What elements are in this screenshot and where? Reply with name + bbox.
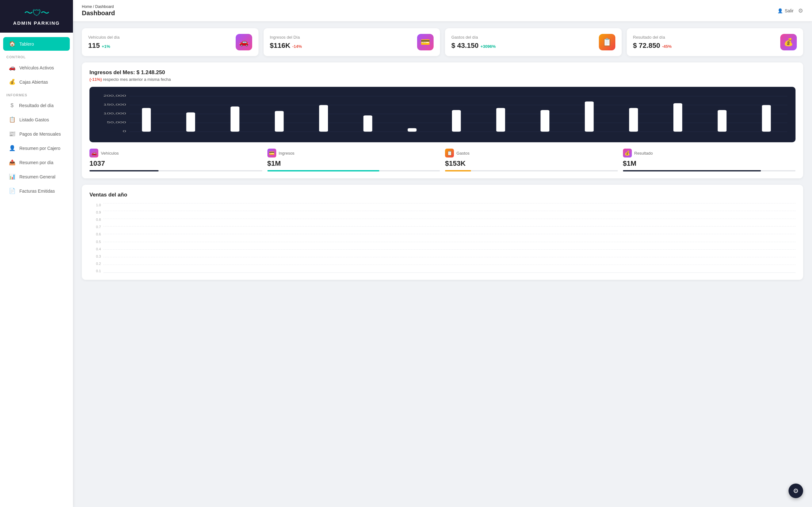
sidebar-item-resultado-label: Resultado del día — [19, 103, 54, 108]
sales-title: Ventas del año — [90, 192, 796, 198]
svg-text:0: 0 — [123, 130, 126, 133]
monthly-gastos-icon: 📋 — [445, 149, 454, 158]
monthly-resultado-icon: 💰 — [623, 149, 632, 158]
monthly-stat-vehiculos: 🚗 Vehículos 1037 — [90, 149, 262, 171]
stat-cards-row: Vehículos del día 115 +1% 🚗 Ingresos del… — [82, 28, 803, 56]
monthly-ingresos-icon: 💳 — [267, 149, 276, 158]
svg-rect-19 — [541, 110, 549, 131]
sales-y-axis: 1.0 0.9 0.8 0.7 0.6 0.5 0.4 0.3 0.2 0.1 — [90, 203, 101, 273]
svg-text:150,000: 150,000 — [103, 103, 126, 106]
breadcrumb-current: Dashboard — [95, 4, 114, 9]
sidebar-item-resultado-dia[interactable]: $ Resultado del día — [3, 99, 70, 112]
svg-text:50,000: 50,000 — [107, 121, 126, 124]
monthly-vehiculos-name: Vehículos — [101, 151, 119, 156]
main-area: Home / Dashboard Dashboard 👤 Salir ⚙ Veh… — [73, 0, 812, 507]
svg-text:200,000: 200,000 — [103, 94, 126, 97]
monthly-vehiculos-icon: 🚗 — [90, 149, 98, 158]
monthly-resultado-bar — [623, 170, 796, 171]
salir-label: Salir — [785, 8, 794, 13]
svg-rect-17 — [452, 110, 461, 131]
breadcrumb-home[interactable]: Home — [82, 4, 92, 9]
sidebar-item-facturas-emitidas[interactable]: 📄 Facturas Emitidas — [3, 184, 70, 198]
upload-icon: 📤 — [9, 159, 15, 166]
sidebar-section-control: CONTROL — [0, 51, 73, 60]
svg-rect-16 — [408, 128, 416, 131]
topbar: Home / Dashboard Dashboard 👤 Salir ⚙ — [73, 0, 812, 21]
stat-gastos-icon: 📋 — [599, 34, 615, 50]
monthly-stat-ingresos: 💳 Ingresos $1M — [267, 149, 440, 171]
stat-card-resultado: Resultado del día $ 72.850 -45% 💰 — [627, 28, 803, 56]
sidebar-item-resumen-general[interactable]: 📊 Resumen General — [3, 170, 70, 183]
chart-icon: 📊 — [9, 173, 15, 180]
stat-vehiculos-value: 115 +1% — [88, 42, 119, 50]
stat-resultado-value: $ 72.850 -45% — [633, 42, 672, 50]
monthly-gastos-bar — [445, 170, 618, 171]
stat-ingresos-value: $116K -14% — [270, 42, 302, 50]
stat-card-ingresos: Ingresos del Día $116K -14% 💳 — [264, 28, 440, 56]
svg-rect-14 — [319, 105, 328, 131]
sidebar-item-resumen-dia[interactable]: 📤 Resumen por día — [3, 156, 70, 169]
topbar-actions: 👤 Salir ⚙ — [777, 7, 803, 14]
stat-vehiculos-icon: 🚗 — [236, 34, 252, 50]
sidebar-item-tablero-label: Tablero — [19, 42, 34, 47]
monthly-stats: 🚗 Vehículos 1037 💳 Ingresos $1M — [90, 149, 796, 171]
sidebar-item-resumen-dia-label: Resumen por día — [19, 160, 53, 165]
svg-text:100,000: 100,000 — [103, 112, 126, 115]
logo-wings-icon: 〜🛡〜 — [13, 7, 60, 19]
breadcrumb: Home / Dashboard — [82, 4, 115, 9]
content-area: Vehículos del día 115 +1% 🚗 Ingresos del… — [73, 21, 812, 507]
user-icon: 👤 — [9, 145, 15, 152]
stat-card-vehiculos: Vehículos del día 115 +1% 🚗 — [82, 28, 258, 56]
sidebar-item-pagos-mensuales[interactable]: 📰 Pagos de Mensuales — [3, 127, 70, 141]
monthly-ingresos-value: $1M — [267, 159, 440, 168]
sales-year-section: Ventas del año 1.0 0.9 0.8 0.7 0.6 0.5 0… — [82, 185, 803, 280]
stat-ingresos-change: -14% — [292, 44, 302, 49]
monthly-ingresos-name: Ingresos — [279, 151, 295, 156]
svg-rect-23 — [718, 110, 727, 131]
sidebar-item-vehiculos-activos[interactable]: 🚗 Vehículos Activos — [3, 61, 70, 74]
sidebar-item-tablero[interactable]: 🏠 Tablero — [3, 37, 70, 51]
svg-rect-20 — [585, 101, 594, 131]
sidebar-nav: 🏠 Tablero CONTROL 🚗 Vehículos Activos 💰 … — [0, 33, 73, 507]
monthly-stat-resultado: 💰 Resultado $1M — [623, 149, 796, 171]
monthly-resultado-value: $1M — [623, 159, 796, 168]
svg-rect-22 — [673, 103, 682, 132]
monthly-vehiculos-value: 1037 — [90, 159, 262, 168]
sidebar-item-pagos-label: Pagos de Mensuales — [19, 131, 61, 136]
monthly-gastos-value: $153K — [445, 159, 618, 168]
stat-vehiculos-change: +1% — [102, 44, 110, 49]
sidebar-item-vehiculos-label: Vehículos Activos — [19, 65, 54, 70]
svg-rect-21 — [629, 108, 638, 132]
sidebar-item-cajas-abiertas[interactable]: 💰 Cajas Abiertas — [3, 75, 70, 89]
sidebar-item-facturas-label: Facturas Emitidas — [19, 188, 55, 193]
monthly-ingresos-bar — [267, 170, 440, 171]
monthly-title: Ingresos del Mes: $ 1.248.250 — [90, 69, 796, 76]
newspaper-icon: 📰 — [9, 130, 15, 137]
sidebar-item-gastos-label: Listado Gastos — [19, 117, 49, 122]
bar-chart-svg: 200,000 150,000 100,000 50,000 0 — [95, 93, 791, 139]
monthly-stat-gastos: 📋 Gastos $153K — [445, 149, 618, 171]
logo-text: ADMIN PARKING — [13, 20, 60, 26]
stat-resultado-change: -45% — [662, 44, 671, 49]
svg-rect-10 — [142, 108, 151, 132]
monthly-change-neg: (-11%) — [90, 77, 102, 82]
settings-fab-button[interactable]: ⚙ — [789, 484, 803, 498]
logout-button[interactable]: 👤 Salir — [777, 8, 794, 13]
user-icon-topbar: 👤 — [777, 8, 783, 13]
car-icon: 🚗 — [9, 64, 15, 71]
monthly-gastos-name: Gastos — [456, 151, 469, 156]
svg-rect-24 — [762, 105, 771, 131]
home-icon: 🏠 — [9, 41, 15, 47]
settings-icon-topbar[interactable]: ⚙ — [798, 7, 803, 14]
svg-rect-15 — [363, 115, 372, 131]
sidebar-item-cajas-label: Cajas Abiertas — [19, 79, 48, 84]
svg-rect-11 — [186, 112, 195, 132]
monthly-bar-chart: 200,000 150,000 100,000 50,000 0 — [90, 87, 796, 142]
dollar-icon: $ — [9, 102, 15, 109]
sidebar-item-resumen-cajero[interactable]: 👤 Resumen por Cajero — [3, 141, 70, 155]
svg-rect-18 — [496, 108, 505, 132]
sidebar-item-listado-gastos[interactable]: 📋 Listado Gastos — [3, 113, 70, 126]
monthly-subtitle: (-11%) respecto mes anterior a misma fec… — [90, 77, 796, 82]
stat-vehiculos-label: Vehículos del día — [88, 35, 119, 40]
stat-ingresos-icon: 💳 — [417, 34, 434, 50]
